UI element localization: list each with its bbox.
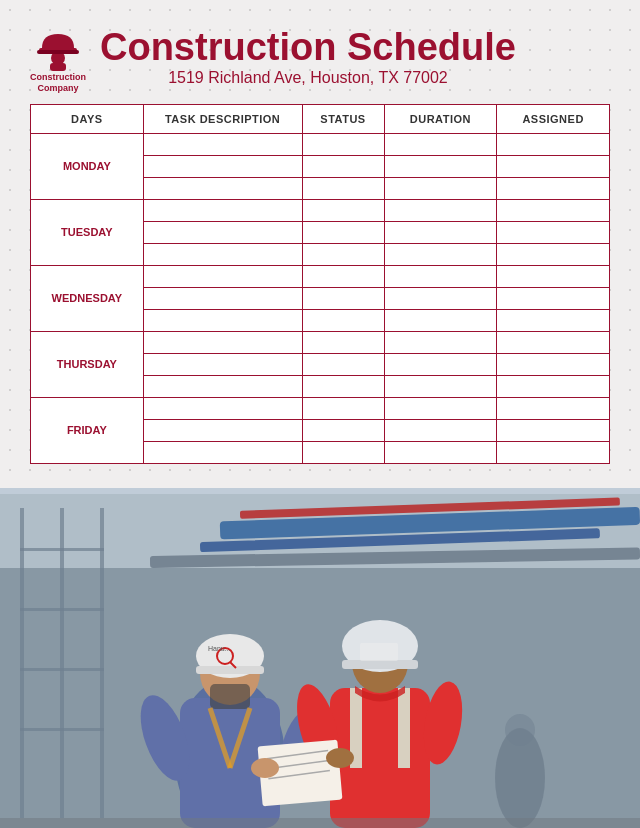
svg-point-48 <box>505 714 535 746</box>
svg-rect-35 <box>398 688 410 768</box>
task-cell <box>143 265 302 287</box>
assigned-cell <box>497 155 610 177</box>
duration-cell <box>384 441 497 463</box>
svg-rect-39 <box>360 643 398 661</box>
col-header-status: STATUS <box>302 104 384 133</box>
day-label-thursday: THURSDAY <box>31 331 144 397</box>
day-label-wednesday: WEDNESDAY <box>31 265 144 331</box>
day-label-monday: MONDAY <box>31 133 144 199</box>
status-cell <box>302 155 384 177</box>
duration-cell <box>384 155 497 177</box>
col-header-days: DAYS <box>31 104 144 133</box>
task-cell <box>143 375 302 397</box>
duration-cell <box>384 309 497 331</box>
task-cell <box>143 177 302 199</box>
duration-cell <box>384 265 497 287</box>
task-cell <box>143 221 302 243</box>
assigned-cell <box>497 243 610 265</box>
task-cell <box>143 287 302 309</box>
table-row: THURSDAY <box>31 331 610 353</box>
status-cell <box>302 419 384 441</box>
day-label-friday: FRIDAY <box>31 397 144 463</box>
day-label-tuesday: TUESDAY <box>31 199 144 265</box>
assigned-cell <box>497 309 610 331</box>
assigned-cell <box>497 265 610 287</box>
status-cell <box>302 309 384 331</box>
duration-cell <box>384 177 497 199</box>
assigned-cell <box>497 419 610 441</box>
svg-rect-49 <box>0 818 640 828</box>
duration-cell <box>384 331 497 353</box>
status-cell <box>302 133 384 155</box>
svg-rect-9 <box>60 508 64 818</box>
main-title: Construction Schedule <box>100 27 516 69</box>
task-cell <box>143 243 302 265</box>
assigned-cell <box>497 441 610 463</box>
duration-cell <box>384 199 497 221</box>
duration-cell <box>384 287 497 309</box>
status-cell <box>302 199 384 221</box>
table-row: TUESDAY <box>31 199 610 221</box>
svg-point-44 <box>251 758 279 778</box>
assigned-cell <box>497 397 610 419</box>
assigned-cell <box>497 353 610 375</box>
svg-text:Hanu...: Hanu... <box>208 645 231 652</box>
task-cell <box>143 353 302 375</box>
svg-rect-38 <box>342 660 418 669</box>
assigned-cell <box>497 287 610 309</box>
svg-point-45 <box>326 748 354 768</box>
svg-rect-10 <box>100 508 104 818</box>
schedule-table: DAYS TASK DESCRIPTION STATUS DURATION AS… <box>30 104 610 464</box>
workers-illustration: Hanu... <box>0 488 640 828</box>
svg-rect-11 <box>20 548 104 551</box>
status-cell <box>302 287 384 309</box>
assigned-cell <box>497 177 610 199</box>
svg-rect-8 <box>20 508 24 818</box>
status-cell <box>302 331 384 353</box>
svg-rect-3 <box>37 50 79 54</box>
top-section: Construction Company Construction Schedu… <box>0 0 640 488</box>
table-row: FRIDAY <box>31 397 610 419</box>
bottom-photo-section: Hanu... <box>0 488 640 828</box>
status-cell <box>302 243 384 265</box>
task-cell <box>143 199 302 221</box>
duration-cell <box>384 221 497 243</box>
status-cell <box>302 375 384 397</box>
title-block: Construction Schedule 1519 Richland Ave,… <box>100 27 516 87</box>
assigned-cell <box>497 199 610 221</box>
status-cell <box>302 441 384 463</box>
logo-area: Construction Company <box>30 20 86 94</box>
svg-rect-13 <box>20 668 104 671</box>
duration-cell <box>384 243 497 265</box>
duration-cell <box>384 419 497 441</box>
task-cell <box>143 441 302 463</box>
svg-rect-14 <box>20 728 104 731</box>
assigned-cell <box>497 221 610 243</box>
status-cell <box>302 397 384 419</box>
task-cell <box>143 419 302 441</box>
header: Construction Company Construction Schedu… <box>30 20 610 94</box>
svg-rect-25 <box>196 666 264 674</box>
status-cell <box>302 353 384 375</box>
task-cell <box>143 331 302 353</box>
svg-rect-6 <box>0 488 640 494</box>
company-name: Construction Company <box>30 72 86 94</box>
table-row: WEDNESDAY <box>31 265 610 287</box>
assigned-cell <box>497 375 610 397</box>
svg-rect-12 <box>20 608 104 611</box>
task-cell <box>143 309 302 331</box>
construction-image: Hanu... <box>0 488 640 828</box>
svg-rect-1 <box>50 63 66 71</box>
table-header-row: DAYS TASK DESCRIPTION STATUS DURATION AS… <box>31 104 610 133</box>
helmet-icon <box>32 20 84 72</box>
assigned-cell <box>497 133 610 155</box>
task-cell <box>143 397 302 419</box>
col-header-task: TASK DESCRIPTION <box>143 104 302 133</box>
duration-cell <box>384 353 497 375</box>
svg-rect-28 <box>210 684 250 709</box>
col-header-assigned: ASSIGNED <box>497 104 610 133</box>
address: 1519 Richland Ave, Houston, TX 77002 <box>100 69 516 87</box>
task-cell <box>143 155 302 177</box>
duration-cell <box>384 397 497 419</box>
status-cell <box>302 221 384 243</box>
